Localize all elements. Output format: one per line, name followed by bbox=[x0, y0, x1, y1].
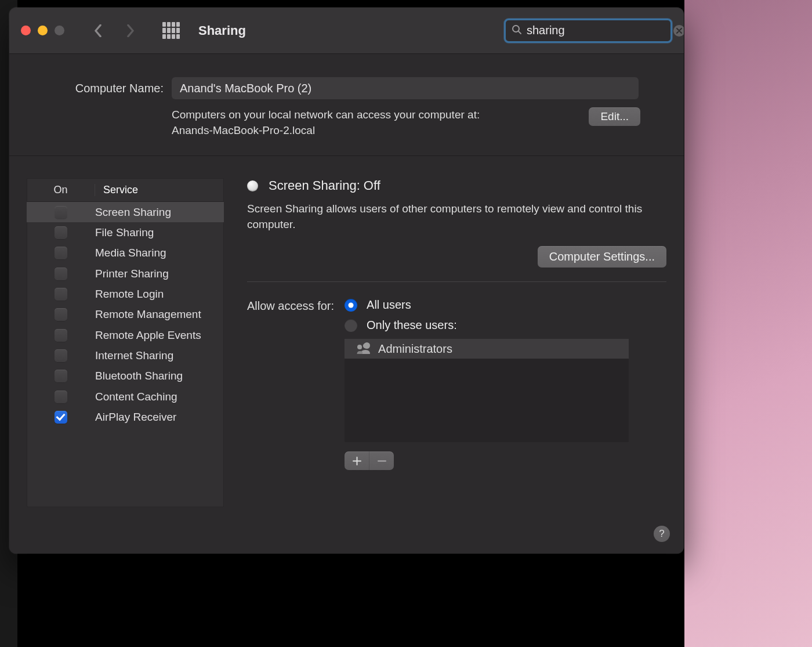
service-label: Remote Management bbox=[95, 308, 201, 321]
computer-name-section: Computer Name: Computers on your local n… bbox=[9, 54, 684, 156]
service-checkbox[interactable] bbox=[55, 226, 67, 239]
svg-point-3 bbox=[358, 346, 362, 349]
svg-line-1 bbox=[519, 31, 521, 34]
divider bbox=[247, 281, 666, 282]
radio-row-only-users[interactable]: Only these users: bbox=[345, 319, 666, 332]
service-label: Remote Login bbox=[95, 288, 164, 301]
titlebar: Sharing bbox=[9, 8, 684, 54]
clear-search-icon[interactable] bbox=[673, 25, 684, 37]
service-label: Internet Sharing bbox=[95, 349, 173, 362]
service-checkbox[interactable] bbox=[55, 349, 67, 362]
window-controls bbox=[21, 26, 64, 35]
service-label: Screen Sharing bbox=[95, 206, 171, 219]
service-description: Screen Sharing allows users of other com… bbox=[247, 201, 666, 232]
svg-point-2 bbox=[363, 344, 368, 348]
radio-row-all-users[interactable]: All users bbox=[345, 298, 666, 312]
service-header-on: On bbox=[27, 184, 95, 196]
desktop-background-right bbox=[684, 0, 812, 647]
help-button[interactable]: ? bbox=[654, 526, 670, 542]
service-list-panel: On Service Screen SharingFile SharingMed… bbox=[27, 178, 224, 507]
window-title: Sharing bbox=[198, 23, 504, 38]
system-preferences-window: Sharing Computer Name: Computers on your… bbox=[9, 8, 684, 554]
main-section: On Service Screen SharingFile SharingMed… bbox=[9, 156, 684, 519]
service-detail-panel: Screen Sharing: Off Screen Sharing allow… bbox=[247, 178, 666, 507]
footer: ? bbox=[9, 519, 684, 554]
close-window-button[interactable] bbox=[21, 26, 31, 35]
back-button[interactable] bbox=[90, 23, 106, 38]
service-checkbox[interactable] bbox=[55, 329, 67, 342]
service-row[interactable]: Remote Apple Events bbox=[27, 325, 224, 345]
service-row[interactable]: Media Sharing bbox=[27, 243, 224, 263]
access-section: Allow access for: All users Only these u… bbox=[247, 298, 666, 470]
show-all-icon[interactable] bbox=[162, 22, 180, 39]
service-row[interactable]: Printer Sharing bbox=[27, 263, 224, 284]
radio-all-users-label: All users bbox=[367, 298, 411, 312]
user-list-item-label: Administrators bbox=[378, 342, 452, 356]
service-label: Content Caching bbox=[95, 391, 177, 403]
search-box[interactable] bbox=[504, 19, 672, 43]
service-checkbox[interactable] bbox=[55, 391, 67, 403]
service-row[interactable]: AirPlay Receiver bbox=[27, 407, 224, 427]
search-icon bbox=[512, 24, 522, 37]
add-user-button[interactable] bbox=[345, 451, 369, 470]
service-label: AirPlay Receiver bbox=[95, 411, 176, 424]
service-checkbox[interactable] bbox=[55, 308, 67, 321]
service-checkbox[interactable] bbox=[55, 288, 67, 301]
edit-hostname-button[interactable]: Edit... bbox=[589, 107, 640, 126]
computer-settings-button[interactable]: Computer Settings... bbox=[538, 246, 666, 268]
service-checkbox[interactable] bbox=[55, 206, 67, 219]
service-checkbox[interactable] bbox=[55, 247, 67, 259]
users-group-icon bbox=[356, 341, 371, 356]
computer-name-hint: Computers on your local network can acce… bbox=[172, 107, 566, 138]
service-row[interactable]: Remote Login bbox=[27, 284, 224, 304]
service-label: Bluetooth Sharing bbox=[95, 370, 183, 382]
service-checkbox[interactable] bbox=[55, 268, 67, 280]
computer-name-input[interactable] bbox=[172, 77, 639, 99]
radio-only-users-label: Only these users: bbox=[367, 319, 457, 332]
computer-name-label: Computer Name: bbox=[53, 82, 172, 95]
service-row[interactable]: Bluetooth Sharing bbox=[27, 366, 224, 386]
add-remove-control bbox=[345, 451, 394, 470]
radio-all-users[interactable] bbox=[345, 299, 357, 312]
service-label: Printer Sharing bbox=[95, 268, 169, 280]
service-row[interactable]: Internet Sharing bbox=[27, 345, 224, 366]
service-rows-container: Screen SharingFile SharingMedia SharingP… bbox=[27, 202, 224, 427]
allowed-users-list[interactable]: Administrators bbox=[345, 339, 629, 442]
navigation-arrows bbox=[90, 23, 138, 38]
service-label: Remote Apple Events bbox=[95, 329, 201, 342]
service-list-header: On Service bbox=[27, 178, 224, 202]
service-row[interactable]: Content Caching bbox=[27, 386, 224, 407]
service-label: File Sharing bbox=[95, 226, 154, 239]
service-row[interactable]: File Sharing bbox=[27, 222, 224, 243]
forward-button[interactable] bbox=[123, 23, 138, 38]
remove-user-button[interactable] bbox=[369, 451, 394, 470]
service-header-service: Service bbox=[95, 184, 138, 196]
radio-only-users[interactable] bbox=[345, 319, 357, 332]
service-label: Media Sharing bbox=[95, 247, 166, 259]
user-list-item[interactable]: Administrators bbox=[345, 339, 629, 359]
status-indicator-icon bbox=[247, 180, 258, 191]
search-input[interactable] bbox=[527, 24, 673, 37]
service-checkbox[interactable] bbox=[55, 370, 67, 382]
status-row: Screen Sharing: Off bbox=[247, 178, 666, 193]
content-area: Computer Name: Computers on your local n… bbox=[9, 54, 684, 554]
service-row[interactable]: Remote Management bbox=[27, 305, 224, 325]
fullscreen-window-button[interactable] bbox=[55, 26, 64, 35]
status-label: Screen Sharing: Off bbox=[269, 178, 380, 193]
service-checkbox[interactable] bbox=[55, 411, 67, 424]
allow-access-label: Allow access for: bbox=[247, 298, 334, 470]
minimize-window-button[interactable] bbox=[38, 26, 48, 35]
service-row[interactable]: Screen Sharing bbox=[27, 202, 224, 222]
